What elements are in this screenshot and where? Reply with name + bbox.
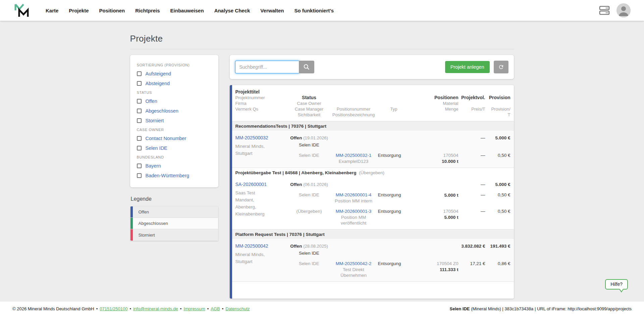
project-number-link[interactable]: SA-202600001 xyxy=(235,182,267,187)
filter-section-status: STATUS Offen Abgeschlossen Storniert xyxy=(137,90,212,123)
status-date: (19.01.2026) xyxy=(303,135,328,140)
filter-section-label: CASE OWNER xyxy=(137,128,212,132)
header-sichtbarkeit: Sichtbarkeit xyxy=(289,112,329,118)
refresh-button[interactable] xyxy=(494,61,508,73)
checkbox-aufsteigend[interactable] xyxy=(137,71,142,76)
header-positionsbezeichnung: Positionsbezeichnung xyxy=(329,112,378,118)
filter-option-label[interactable]: Baden-Württemberg xyxy=(146,173,190,178)
legend-card: Offen Abgeschlossen Storniert xyxy=(130,206,218,241)
filter-option-label[interactable]: Abgeschlossen xyxy=(146,108,178,114)
filter-option-selen-ide[interactable]: Selen IDE xyxy=(137,145,212,151)
position-provision: 0,86 € xyxy=(485,256,511,278)
project-title-row: Projektübergabe Test | 84568 | Abenberg,… xyxy=(232,168,514,177)
filter-option-label[interactable]: Bayern xyxy=(146,163,161,169)
project-provision: 5.000 € xyxy=(485,179,511,187)
user-avatar[interactable] xyxy=(616,3,631,17)
footer-agb-link[interactable]: AGB xyxy=(211,306,220,311)
help-bubble-tail xyxy=(619,286,624,292)
position-bezeichnung: Position MM intern xyxy=(329,198,378,204)
filter-option-aufsteigend[interactable]: Aufsteigend xyxy=(137,71,212,76)
copyright-text: © 2026 Mineral Minds Deutschland GmbH xyxy=(12,306,94,311)
project-number-link[interactable]: MM-202500042 xyxy=(235,243,268,249)
checkbox-abgeschlossen[interactable] xyxy=(137,109,142,113)
checkbox-selen-ide[interactable] xyxy=(137,146,142,150)
search-button[interactable] xyxy=(299,61,314,73)
legend-color-storniert xyxy=(130,229,133,241)
filter-option-storniert[interactable]: Storniert xyxy=(137,118,212,123)
checkbox-storniert[interactable] xyxy=(137,118,142,123)
position-material-menge: 170504 Z0 111.333 t xyxy=(410,256,459,278)
position-cell: MM-202500042-2 Test Direkt Übernehmen xyxy=(329,256,378,278)
status-label: Offen xyxy=(290,244,302,249)
footer-session-info: Selen IDE (Mineral Minds) | 383c1b73438a… xyxy=(450,306,632,311)
filter-option-label[interactable]: Aufsteigend xyxy=(146,71,171,76)
footer-left: © 2026 Mineral Minds Deutschland GmbH•07… xyxy=(12,306,250,311)
checkbox-contact-nonumber[interactable] xyxy=(137,136,142,141)
filter-option-baden-wuerttemberg[interactable]: Baden-Württemberg xyxy=(137,173,212,178)
header-projektvol: Projektvol. xyxy=(459,95,485,101)
help-button[interactable]: Hilfe? xyxy=(605,279,628,290)
footer-phone-link[interactable]: 07151/250100 xyxy=(100,306,127,311)
footer-email-link[interactable]: info@mineral-minds.de xyxy=(133,306,178,311)
position-material-menge: 170504 10.000 t xyxy=(410,148,459,164)
nav-item-karte[interactable]: Karte xyxy=(46,8,58,13)
project-title: Projektübergabe Test | 84568 | Abenberg,… xyxy=(235,170,357,175)
help-label: Hilfe? xyxy=(610,281,623,287)
position-number-link[interactable]: MM-202500042-2 xyxy=(336,261,372,266)
filter-option-abgeschlossen[interactable]: Abgeschlossen xyxy=(137,108,212,114)
footer-impressum-link[interactable]: Impressum xyxy=(183,306,205,311)
filter-option-label[interactable]: Offen xyxy=(146,99,157,104)
case-owner: Selen IDE xyxy=(289,142,329,148)
position-material: 170504 Z0 xyxy=(410,261,459,266)
checkbox-baden-wuerttemberg[interactable] xyxy=(137,173,142,178)
table-header: Projekttitel Projektnummer Status Positi… xyxy=(232,85,514,121)
position-typ: Entsorgung xyxy=(378,187,410,204)
filter-option-offen[interactable]: Offen xyxy=(137,99,212,104)
legend-label: Offen xyxy=(133,206,149,217)
position-material: 170504 xyxy=(410,208,459,214)
position-typ: Entsorgung xyxy=(378,148,410,164)
position-number-link[interactable]: MM-202500032-1 xyxy=(336,153,372,158)
position-number-link[interactable]: MM-202600001-4 xyxy=(336,192,372,197)
header-positionen: Positionen xyxy=(410,95,459,101)
filter-section-label: BUNDESLAND xyxy=(137,155,212,159)
project-section: RecommendationsTests | 70376 | Stuttgart… xyxy=(232,121,514,168)
nav-item-verwalten[interactable]: Verwalten xyxy=(260,8,284,13)
nav-item-einbauweisen[interactable]: Einbauweisen xyxy=(170,8,204,13)
create-project-button[interactable]: Projekt anlegen xyxy=(445,61,490,73)
filter-section-label: STATUS xyxy=(137,90,212,94)
filter-option-label[interactable]: Selen IDE xyxy=(146,145,167,151)
legend-label: Abgeschlossen xyxy=(133,218,168,229)
header-provision-t: Provision/ xyxy=(485,106,511,112)
legend-color-offen xyxy=(130,206,133,217)
search-icon xyxy=(303,64,310,70)
search-toolbar: Projekt anlegen xyxy=(230,55,514,79)
nav-item-richtpreis[interactable]: Richtpreis xyxy=(135,8,160,13)
filter-option-label[interactable]: Contact Nonumber xyxy=(146,136,186,141)
filter-option-label[interactable]: Storniert xyxy=(146,118,164,123)
position-provision: 0,50 € xyxy=(485,148,511,164)
mineral-minds-logo[interactable] xyxy=(13,2,30,18)
checkbox-absteigend[interactable] xyxy=(137,81,142,86)
nav-item-positionen[interactable]: Positionen xyxy=(99,8,125,13)
filter-option-absteigend[interactable]: Absteigend xyxy=(137,81,212,86)
server-icon[interactable] xyxy=(597,4,612,17)
search-input[interactable] xyxy=(235,61,299,73)
position-number-link[interactable]: MM-202600001-3 xyxy=(336,209,372,214)
position-preis: 17,21 € xyxy=(459,256,485,278)
header-typ: Typ xyxy=(378,106,410,112)
nav-item-projekte[interactable]: Projekte xyxy=(69,8,89,13)
checkbox-offen[interactable] xyxy=(137,99,142,104)
nav-item-so-funktionierts[interactable]: So funktioniert's xyxy=(294,8,334,13)
filter-option-bayern[interactable]: Bayern xyxy=(137,163,212,169)
position-bezeichnung: Position MM veröffentlicht xyxy=(335,214,372,226)
checkbox-bayern[interactable] xyxy=(137,164,142,168)
filter-option-label[interactable]: Absteigend xyxy=(146,81,170,86)
project-title-row: RecommendationsTests | 70376 | Stuttgart xyxy=(232,121,514,131)
status-date: (06.01.2026) xyxy=(303,182,328,187)
footer-datenschutz-link[interactable]: Datenschutz xyxy=(225,306,250,311)
position-bezeichnung: ExampleID123 xyxy=(329,159,378,164)
filter-option-contact-nonumber[interactable]: Contact Nonumber xyxy=(137,136,212,141)
project-number-link[interactable]: MM-202500032 xyxy=(235,135,268,140)
nav-item-analyse-check[interactable]: Analyse Check xyxy=(214,8,250,13)
